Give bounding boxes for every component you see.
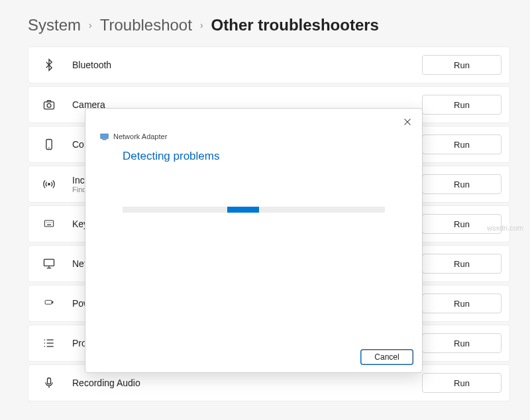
progress-bar-fill bbox=[227, 207, 259, 213]
troubleshooter-row-bluetooth: Bluetooth Run bbox=[28, 46, 510, 83]
svg-rect-22 bbox=[48, 378, 51, 384]
chevron-right-icon: › bbox=[197, 20, 206, 30]
close-icon[interactable] bbox=[398, 113, 417, 131]
svg-rect-0 bbox=[44, 102, 54, 109]
svg-rect-24 bbox=[101, 134, 108, 138]
run-button[interactable]: Run bbox=[422, 55, 502, 75]
camera-icon bbox=[40, 96, 58, 113]
svg-rect-14 bbox=[45, 300, 52, 304]
monitor-mini-icon bbox=[100, 132, 109, 140]
svg-point-4 bbox=[48, 184, 50, 185]
svg-rect-11 bbox=[44, 259, 54, 266]
breadcrumb-system[interactable]: System bbox=[28, 16, 81, 34]
run-button[interactable]: Run bbox=[422, 95, 502, 115]
cancel-button[interactable]: Cancel bbox=[361, 350, 413, 364]
run-button[interactable]: Run bbox=[422, 214, 502, 234]
run-button[interactable]: Run bbox=[422, 333, 502, 353]
breadcrumb-current: Other troubleshooters bbox=[211, 16, 379, 34]
svg-point-1 bbox=[47, 103, 51, 107]
bluetooth-icon bbox=[40, 56, 58, 74]
troubleshooter-label: Recording Audio bbox=[72, 378, 422, 388]
run-button[interactable]: Run bbox=[422, 134, 502, 154]
progress-bar bbox=[123, 207, 385, 213]
svg-rect-5 bbox=[44, 221, 53, 227]
list-icon bbox=[40, 335, 58, 352]
troubleshooter-dialog: Network Adapter Detecting problems Cance… bbox=[85, 108, 423, 373]
run-button[interactable]: Run bbox=[422, 373, 502, 393]
run-button[interactable]: Run bbox=[422, 254, 502, 274]
antenna-icon bbox=[40, 176, 58, 193]
keyboard-icon bbox=[40, 215, 58, 233]
connections-icon bbox=[40, 136, 58, 153]
chevron-right-icon: › bbox=[86, 20, 95, 30]
troubleshooter-label: Bluetooth bbox=[72, 60, 422, 70]
breadcrumb: System › Troubleshoot › Other troublesho… bbox=[28, 16, 510, 34]
run-button[interactable]: Run bbox=[422, 174, 502, 194]
dialog-title: Network Adapter bbox=[113, 132, 167, 140]
battery-icon bbox=[40, 295, 58, 312]
microphone-icon bbox=[40, 374, 58, 392]
breadcrumb-troubleshoot[interactable]: Troubleshoot bbox=[100, 16, 192, 34]
monitor-icon bbox=[40, 255, 58, 272]
run-button[interactable]: Run bbox=[422, 293, 502, 313]
dialog-status: Detecting problems bbox=[85, 140, 422, 163]
svg-rect-25 bbox=[103, 139, 107, 140]
svg-rect-15 bbox=[52, 301, 53, 303]
